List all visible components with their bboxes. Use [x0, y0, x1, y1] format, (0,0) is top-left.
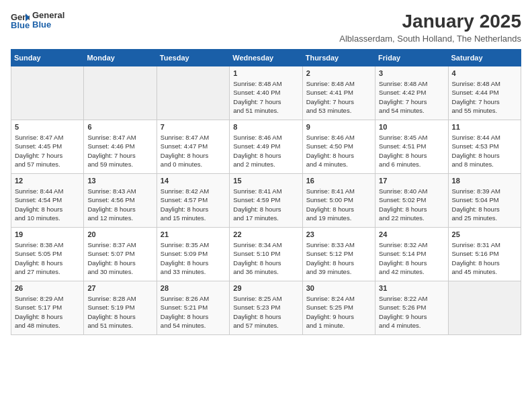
- day-number: 13: [87, 177, 152, 185]
- calendar-subtitle: Alblasserdam, South Holland, The Netherl…: [339, 34, 521, 44]
- day-info: Sunrise: 8:46 AM Sunset: 4:50 PM Dayligh…: [306, 133, 371, 169]
- day-number: 20: [87, 230, 152, 238]
- day-number: 21: [161, 230, 226, 238]
- day-cell: 22Sunrise: 8:34 AM Sunset: 5:10 PM Dayli…: [230, 228, 302, 281]
- svg-text:Blue: Blue: [11, 20, 30, 30]
- day-info: Sunrise: 8:41 AM Sunset: 4:59 PM Dayligh…: [233, 187, 298, 222]
- day-info: Sunrise: 8:24 AM Sunset: 5:25 PM Dayligh…: [306, 294, 371, 330]
- day-info: Sunrise: 8:47 AM Sunset: 4:46 PM Dayligh…: [87, 133, 152, 169]
- col-header-monday: Monday: [84, 50, 157, 66]
- day-cell: 3Sunrise: 8:48 AM Sunset: 4:42 PM Daylig…: [375, 66, 448, 120]
- logo-line1: General: [32, 11, 64, 20]
- day-number: 24: [379, 230, 444, 238]
- day-info: Sunrise: 8:47 AM Sunset: 4:47 PM Dayligh…: [161, 133, 226, 169]
- day-info: Sunrise: 8:42 AM Sunset: 4:57 PM Dayligh…: [161, 187, 226, 222]
- col-header-saturday: Saturday: [448, 50, 521, 66]
- calendar-header: SundayMondayTuesdayWednesdayThursdayFrid…: [11, 50, 521, 66]
- col-header-friday: Friday: [375, 50, 448, 66]
- day-number: 12: [15, 177, 80, 185]
- day-number: 8: [233, 123, 298, 131]
- day-cell: 9Sunrise: 8:46 AM Sunset: 4:50 PM Daylig…: [302, 120, 375, 174]
- day-cell: 17Sunrise: 8:40 AM Sunset: 5:02 PM Dayli…: [375, 174, 448, 228]
- day-number: 17: [379, 177, 444, 185]
- day-info: Sunrise: 8:22 AM Sunset: 5:26 PM Dayligh…: [379, 294, 444, 330]
- day-info: Sunrise: 8:33 AM Sunset: 5:12 PM Dayligh…: [306, 240, 371, 276]
- day-number: 18: [452, 177, 517, 185]
- day-info: Sunrise: 8:39 AM Sunset: 5:04 PM Dayligh…: [452, 187, 517, 222]
- logo-icon: General Blue: [11, 11, 30, 30]
- day-info: Sunrise: 8:37 AM Sunset: 5:07 PM Dayligh…: [87, 240, 152, 276]
- day-info: Sunrise: 8:47 AM Sunset: 4:45 PM Dayligh…: [15, 133, 80, 169]
- day-cell: 4Sunrise: 8:48 AM Sunset: 4:44 PM Daylig…: [448, 66, 521, 120]
- day-info: Sunrise: 8:46 AM Sunset: 4:49 PM Dayligh…: [233, 133, 298, 169]
- day-info: Sunrise: 8:48 AM Sunset: 4:41 PM Dayligh…: [306, 79, 371, 115]
- day-cell: 12Sunrise: 8:44 AM Sunset: 4:54 PM Dayli…: [11, 174, 84, 228]
- day-number: 16: [306, 177, 371, 185]
- day-cell: 27Sunrise: 8:28 AM Sunset: 5:19 PM Dayli…: [84, 281, 157, 335]
- day-number: 25: [452, 230, 517, 238]
- day-cell: 11Sunrise: 8:44 AM Sunset: 4:53 PM Dayli…: [448, 120, 521, 174]
- day-number: 5: [15, 123, 80, 131]
- day-number: 7: [161, 123, 226, 131]
- day-cell: 24Sunrise: 8:32 AM Sunset: 5:14 PM Dayli…: [375, 228, 448, 281]
- day-cell: 31Sunrise: 8:22 AM Sunset: 5:26 PM Dayli…: [375, 281, 448, 335]
- title-block: January 2025 Alblasserdam, South Holland…: [339, 11, 521, 44]
- day-cell: 20Sunrise: 8:37 AM Sunset: 5:07 PM Dayli…: [84, 228, 157, 281]
- day-number: 9: [306, 123, 371, 131]
- day-cell: 8Sunrise: 8:46 AM Sunset: 4:49 PM Daylig…: [230, 120, 302, 174]
- day-info: Sunrise: 8:41 AM Sunset: 5:00 PM Dayligh…: [306, 187, 371, 222]
- week-row-4: 19Sunrise: 8:38 AM Sunset: 5:05 PM Dayli…: [11, 228, 521, 281]
- day-info: Sunrise: 8:26 AM Sunset: 5:21 PM Dayligh…: [161, 294, 226, 330]
- day-cell: 6Sunrise: 8:47 AM Sunset: 4:46 PM Daylig…: [84, 120, 157, 174]
- day-number: 22: [233, 230, 298, 238]
- day-cell: 15Sunrise: 8:41 AM Sunset: 4:59 PM Dayli…: [230, 174, 302, 228]
- calendar-table: SundayMondayTuesdayWednesdayThursdayFrid…: [11, 49, 521, 335]
- day-cell: 7Sunrise: 8:47 AM Sunset: 4:47 PM Daylig…: [157, 120, 229, 174]
- logo-text: General Blue: [32, 11, 64, 30]
- day-number: 19: [15, 230, 80, 238]
- week-row-2: 5Sunrise: 8:47 AM Sunset: 4:45 PM Daylig…: [11, 120, 521, 174]
- day-cell: [84, 66, 157, 120]
- day-cell: 25Sunrise: 8:31 AM Sunset: 5:16 PM Dayli…: [448, 228, 521, 281]
- day-cell: 5Sunrise: 8:47 AM Sunset: 4:45 PM Daylig…: [11, 120, 84, 174]
- day-info: Sunrise: 8:48 AM Sunset: 4:44 PM Dayligh…: [452, 79, 517, 115]
- day-number: 27: [87, 284, 152, 292]
- day-cell: [448, 281, 521, 335]
- day-number: 23: [306, 230, 371, 238]
- logo: General Blue General Blue: [11, 11, 64, 30]
- col-header-wednesday: Wednesday: [230, 50, 302, 66]
- day-cell: 30Sunrise: 8:24 AM Sunset: 5:25 PM Dayli…: [302, 281, 375, 335]
- day-number: 3: [379, 69, 444, 77]
- day-number: 28: [161, 284, 226, 292]
- day-number: 30: [306, 284, 371, 292]
- day-info: Sunrise: 8:44 AM Sunset: 4:54 PM Dayligh…: [15, 187, 80, 222]
- week-row-5: 26Sunrise: 8:29 AM Sunset: 5:17 PM Dayli…: [11, 281, 521, 335]
- day-info: Sunrise: 8:28 AM Sunset: 5:19 PM Dayligh…: [87, 294, 152, 330]
- day-info: Sunrise: 8:31 AM Sunset: 5:16 PM Dayligh…: [452, 240, 517, 276]
- col-header-thursday: Thursday: [302, 50, 375, 66]
- day-cell: 21Sunrise: 8:35 AM Sunset: 5:09 PM Dayli…: [157, 228, 229, 281]
- day-cell: [11, 66, 84, 120]
- day-cell: 19Sunrise: 8:38 AM Sunset: 5:05 PM Dayli…: [11, 228, 84, 281]
- calendar-body: 1Sunrise: 8:48 AM Sunset: 4:40 PM Daylig…: [11, 66, 521, 335]
- col-header-sunday: Sunday: [11, 50, 84, 66]
- week-row-1: 1Sunrise: 8:48 AM Sunset: 4:40 PM Daylig…: [11, 66, 521, 120]
- day-cell: 2Sunrise: 8:48 AM Sunset: 4:41 PM Daylig…: [302, 66, 375, 120]
- logo-line2: Blue: [32, 20, 64, 30]
- day-info: Sunrise: 8:43 AM Sunset: 4:56 PM Dayligh…: [87, 187, 152, 222]
- day-cell: 26Sunrise: 8:29 AM Sunset: 5:17 PM Dayli…: [11, 281, 84, 335]
- calendar-title: January 2025: [339, 11, 521, 32]
- header-row: SundayMondayTuesdayWednesdayThursdayFrid…: [11, 50, 521, 66]
- day-number: 15: [233, 177, 298, 185]
- day-info: Sunrise: 8:32 AM Sunset: 5:14 PM Dayligh…: [379, 240, 444, 276]
- day-cell: [157, 66, 229, 120]
- day-cell: 13Sunrise: 8:43 AM Sunset: 4:56 PM Dayli…: [84, 174, 157, 228]
- day-number: 6: [87, 123, 152, 131]
- day-number: 2: [306, 69, 371, 77]
- day-number: 31: [379, 284, 444, 292]
- day-cell: 18Sunrise: 8:39 AM Sunset: 5:04 PM Dayli…: [448, 174, 521, 228]
- day-info: Sunrise: 8:40 AM Sunset: 5:02 PM Dayligh…: [379, 187, 444, 222]
- day-cell: 28Sunrise: 8:26 AM Sunset: 5:21 PM Dayli…: [157, 281, 229, 335]
- day-number: 26: [15, 284, 80, 292]
- day-cell: 1Sunrise: 8:48 AM Sunset: 4:40 PM Daylig…: [230, 66, 302, 120]
